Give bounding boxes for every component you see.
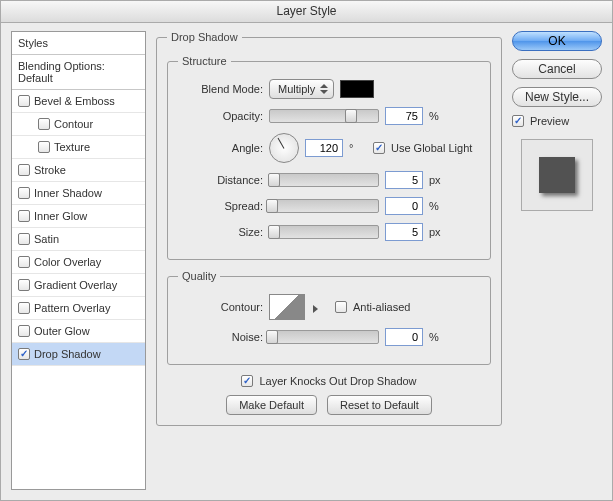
structure-group: Structure Blend Mode: Multiply Opacity: … [167, 55, 491, 260]
opacity-input[interactable] [385, 107, 423, 125]
blend-mode-label: Blend Mode: [178, 83, 263, 95]
distance-slider[interactable] [269, 173, 379, 187]
opacity-slider[interactable] [269, 109, 379, 123]
sidebar-item-label: Color Overlay [34, 256, 101, 268]
sidebar-item-satin[interactable]: Satin [12, 228, 145, 251]
angle-dial[interactable] [269, 133, 299, 163]
quality-legend: Quality [178, 270, 220, 282]
sidebar-blending-header[interactable]: Blending Options: Default [12, 55, 145, 90]
sidebar-item-drop-shadow[interactable]: Drop Shadow [12, 343, 145, 366]
cancel-button[interactable]: Cancel [512, 59, 602, 79]
noise-input[interactable] [385, 328, 423, 346]
dialog-body: Styles Blending Options: Default Bevel &… [1, 23, 612, 500]
right-panel: OK Cancel New Style... Preview [512, 31, 602, 490]
quality-group: Quality Contour: Anti-aliased Noise: % [167, 270, 491, 365]
use-global-light-checkbox[interactable] [373, 142, 385, 154]
sidebar-item-label: Inner Shadow [34, 187, 102, 199]
distance-input[interactable] [385, 171, 423, 189]
sidebar-item-label: Contour [54, 118, 93, 130]
dialog-title: Layer Style [1, 1, 612, 23]
noise-label: Noise: [178, 331, 263, 343]
sidebar-item-color-overlay[interactable]: Color Overlay [12, 251, 145, 274]
anti-aliased-label: Anti-aliased [353, 301, 410, 313]
sidebar-checkbox[interactable] [18, 279, 30, 291]
structure-legend: Structure [178, 55, 231, 67]
sidebar-checkbox[interactable] [18, 187, 30, 199]
spread-unit: % [429, 200, 447, 212]
spread-label: Spread: [178, 200, 263, 212]
size-slider[interactable] [269, 225, 379, 239]
sidebar-checkbox[interactable] [18, 95, 30, 107]
sidebar-checkbox[interactable] [18, 325, 30, 337]
spread-slider[interactable] [269, 199, 379, 213]
sidebar-item-label: Texture [54, 141, 90, 153]
anti-aliased-checkbox[interactable] [335, 301, 347, 313]
sidebar-checkbox[interactable] [38, 118, 50, 130]
sidebar-item-label: Outer Glow [34, 325, 90, 337]
sidebar-styles-header[interactable]: Styles [12, 32, 145, 55]
size-input[interactable] [385, 223, 423, 241]
drop-shadow-group: Drop Shadow Structure Blend Mode: Multip… [156, 31, 502, 426]
layer-style-dialog: Layer Style Styles Blending Options: Def… [0, 0, 613, 501]
sidebar-checkbox[interactable] [18, 302, 30, 314]
sidebar-item-pattern-overlay[interactable]: Pattern Overlay [12, 297, 145, 320]
spread-input[interactable] [385, 197, 423, 215]
use-global-light-label: Use Global Light [391, 142, 472, 154]
contour-picker[interactable] [269, 294, 305, 320]
sidebar-checkbox[interactable] [18, 233, 30, 245]
sidebar-checkbox[interactable] [18, 164, 30, 176]
opacity-unit: % [429, 110, 447, 122]
sidebar-item-texture[interactable]: Texture [12, 136, 145, 159]
angle-unit: ° [349, 142, 367, 154]
preview-label: Preview [530, 115, 569, 127]
styles-sidebar: Styles Blending Options: Default Bevel &… [11, 31, 146, 490]
sidebar-item-label: Pattern Overlay [34, 302, 110, 314]
preview-swatch [539, 157, 575, 193]
preview-thumbnail [521, 139, 593, 211]
sidebar-item-label: Inner Glow [34, 210, 87, 222]
preview-checkbox[interactable] [512, 115, 524, 127]
angle-input[interactable] [305, 139, 343, 157]
sidebar-item-label: Satin [34, 233, 59, 245]
blend-mode-select[interactable]: Multiply [269, 79, 334, 99]
drop-shadow-heading: Drop Shadow [167, 31, 242, 43]
sidebar-checkbox[interactable] [18, 256, 30, 268]
new-style-button[interactable]: New Style... [512, 87, 602, 107]
sidebar-checkbox[interactable] [18, 210, 30, 222]
sidebar-item-stroke[interactable]: Stroke [12, 159, 145, 182]
sidebar-checkbox[interactable] [38, 141, 50, 153]
main-panel: Drop Shadow Structure Blend Mode: Multip… [156, 31, 502, 490]
sidebar-item-label: Stroke [34, 164, 66, 176]
sidebar-item-bevel-emboss[interactable]: Bevel & Emboss [12, 90, 145, 113]
sidebar-item-label: Bevel & Emboss [34, 95, 115, 107]
size-label: Size: [178, 226, 263, 238]
distance-label: Distance: [178, 174, 263, 186]
sidebar-item-gradient-overlay[interactable]: Gradient Overlay [12, 274, 145, 297]
size-unit: px [429, 226, 447, 238]
contour-label: Contour: [178, 301, 263, 313]
layer-knocks-out-checkbox[interactable] [241, 375, 253, 387]
sidebar-item-inner-glow[interactable]: Inner Glow [12, 205, 145, 228]
reset-to-default-button[interactable]: Reset to Default [327, 395, 432, 415]
noise-unit: % [429, 331, 447, 343]
ok-button[interactable]: OK [512, 31, 602, 51]
sidebar-item-outer-glow[interactable]: Outer Glow [12, 320, 145, 343]
layer-knocks-out-label: Layer Knocks Out Drop Shadow [259, 375, 416, 387]
sidebar-item-contour[interactable]: Contour [12, 113, 145, 136]
make-default-button[interactable]: Make Default [226, 395, 317, 415]
opacity-label: Opacity: [178, 110, 263, 122]
noise-slider[interactable] [269, 330, 379, 344]
sidebar-item-label: Gradient Overlay [34, 279, 117, 291]
angle-label: Angle: [178, 142, 263, 154]
sidebar-checkbox[interactable] [18, 348, 30, 360]
sidebar-item-inner-shadow[interactable]: Inner Shadow [12, 182, 145, 205]
shadow-color-swatch[interactable] [340, 80, 374, 98]
distance-unit: px [429, 174, 447, 186]
sidebar-item-label: Drop Shadow [34, 348, 101, 360]
